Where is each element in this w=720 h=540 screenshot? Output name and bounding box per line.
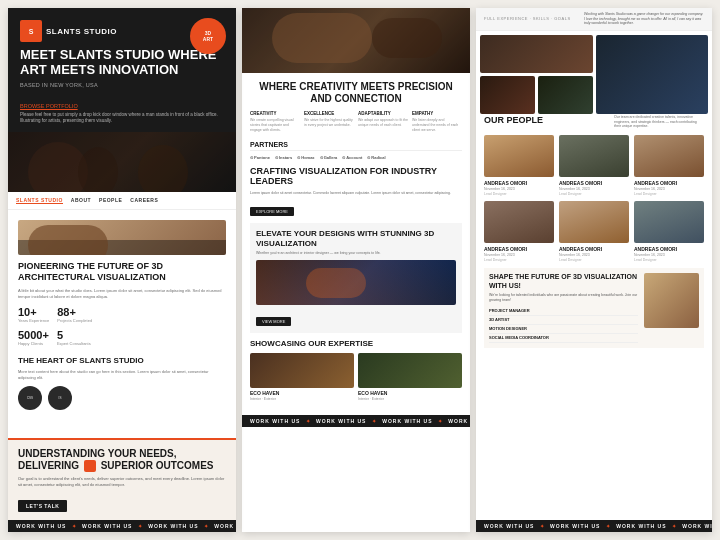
person-role-5: Lead Designer xyxy=(559,258,629,262)
person-role-6: Lead Designer xyxy=(634,258,704,262)
person-photo-5 xyxy=(559,201,629,243)
showcase-grid: ECO HAVEN Interior · Exterior ECO HAVEN … xyxy=(250,353,462,401)
person-card-1: ANDREAS OMORI November 16, 2023 Lead Des… xyxy=(484,135,554,196)
partner-radical: ⊙ Radical xyxy=(367,155,385,160)
showcasing-title: SHOWCASING OUR EXPERTISE xyxy=(250,339,462,349)
shape-right xyxy=(644,273,699,328)
elevate-desc: Whether you're an architect or interior … xyxy=(256,251,456,256)
job-project-manager: PROJECT MANAGER xyxy=(489,307,638,316)
heart-title: THE HEART OF SLANTS STUDIO xyxy=(18,356,226,365)
hero-description: Please feel free to put simply a drop ki… xyxy=(20,112,224,125)
person-name-5: ANDREAS OMORI xyxy=(559,246,629,252)
pioneer-title: PIONEERING THE FUTURE OF 3D ARCHITECTURA… xyxy=(18,261,226,283)
mid-hero-image xyxy=(242,8,470,73)
job-motion-designer: MOTION DESIGNER xyxy=(489,325,638,334)
stats-row-2: 5000+ Happy Clients 5 Expert Consultants xyxy=(18,329,226,346)
person-card-4: ANDREAS OMORI November 16, 2023 Lead Des… xyxy=(484,201,554,262)
person-photo-3 xyxy=(634,135,704,177)
understanding-section: UNDERSTANDING YOUR NEEDS, DELIVERING SUP… xyxy=(8,438,236,520)
partners-row: ⊙ Pantone ⊙ Instars ⊙ Homax ⊙ Gallera ⊙ … xyxy=(250,155,462,160)
partner-gallera: ⊙ Gallera xyxy=(320,155,338,160)
pillar-adaptability: ADAPTABILITY We adapt our approach to fi… xyxy=(358,111,408,133)
elevate-section: ELEVATE YOUR DESIGNS WITH STUNNING 3D VI… xyxy=(250,223,462,333)
creativity-title: WHERE CREATIVITY MEETS PRECISION AND CON… xyxy=(250,81,462,105)
partner-pantone: ⊙ Pantone xyxy=(250,155,270,160)
pillars-grid: CREATIVITY We create compelling visual s… xyxy=(250,111,462,133)
pioneer-desc: A little bit about your what the studio … xyxy=(18,288,226,300)
elevate-image xyxy=(256,260,456,305)
nav-bar: SLANTS STUDIO ABOUT PEOPLE CAREERS xyxy=(8,192,236,210)
pillar-excellence: EXCELLENCE We strive for the highest qua… xyxy=(304,111,354,133)
nav-item-studio[interactable]: SLANTS STUDIO xyxy=(16,197,63,204)
pillar-creativity: CREATIVITY We create compelling visual s… xyxy=(250,111,300,133)
our-people-section: OUR PEOPLE Our team are dedicated creati… xyxy=(484,115,704,263)
person-date-2: November 16, 2023 xyxy=(559,187,629,191)
nav-item-people[interactable]: PEOPLE xyxy=(99,197,122,204)
awards-row: CSS IS xyxy=(18,386,226,410)
person-name-3: ANDREAS OMORI xyxy=(634,180,704,186)
team-photo-3 xyxy=(480,76,535,114)
person-date-5: November 16, 2023 xyxy=(559,253,629,257)
nav-item-careers[interactable]: CAREERS xyxy=(130,197,158,204)
partners-title: PARTNERS xyxy=(250,141,462,151)
person-role-4: Lead Designer xyxy=(484,258,554,262)
our-people-desc: Our team are dedicated creative talents,… xyxy=(614,115,704,130)
showcase-sub-1: Interior · Exterior xyxy=(250,397,354,401)
browse-portfolio-link[interactable]: BROWSE PORTFOLIO xyxy=(20,103,78,109)
partners-section: PARTNERS ⊙ Pantone ⊙ Instars ⊙ Homax ⊙ G… xyxy=(250,141,462,160)
stat-consultants: 5 Expert Consultants xyxy=(57,329,91,346)
stat-years: 10+ Years Experience xyxy=(18,306,49,323)
partner-homax: ⊙ Homax xyxy=(297,155,314,160)
team-photo-1 xyxy=(480,35,593,73)
person-photo-4 xyxy=(484,201,554,243)
elevate-cta-button[interactable]: VIEW MORE xyxy=(256,317,291,326)
person-name-6: ANDREAS OMORI xyxy=(634,246,704,252)
industry-cta-button[interactable]: EXPLORE MORE xyxy=(250,207,294,216)
person-card-6: ANDREAS OMORI November 16, 2023 Lead Des… xyxy=(634,201,704,262)
lets-talk-button[interactable]: LET'S TALK xyxy=(18,500,67,512)
shape-future-section: SHAPE THE FUTURE OF 3D VISUALIZATION WIT… xyxy=(484,268,704,348)
person-role-1: Lead Designer xyxy=(484,192,554,196)
hero-location: BASED IN NEW YORK, USA xyxy=(20,82,224,88)
industry-section: CRAFTING VISUALIZATION FOR INDUSTRY LEAD… xyxy=(250,166,462,217)
understanding-desc: Our goal is to understand the client's n… xyxy=(18,476,226,488)
person-name-4: ANDREAS OMORI xyxy=(484,246,554,252)
person-date-6: November 16, 2023 xyxy=(634,253,704,257)
pillar-empathy: EMPATHY We listen deeply and understand … xyxy=(412,111,462,133)
heart-section: THE HEART OF SLANTS STUDIO More text con… xyxy=(18,356,226,410)
nav-item-about[interactable]: ABOUT xyxy=(71,197,91,204)
hero-title: MEET SLANTS STUDIO WHERE ART MEETS INNOV… xyxy=(20,48,224,78)
elevate-title: ELEVATE YOUR DESIGNS WITH STUNNING 3D VI… xyxy=(256,229,456,248)
shape-left: SHAPE THE FUTURE OF 3D VISUALIZATION WIT… xyxy=(489,273,638,343)
showcase-image-1 xyxy=(250,353,354,388)
hero-image xyxy=(8,132,236,192)
cssaward-badge: CSS xyxy=(18,386,42,410)
logo-text: SLANTS STUDIO xyxy=(46,27,117,36)
right-top-bar: FULL EXPERIENCE · SKILLS · GOALS Working… xyxy=(476,8,712,31)
right-panel: FULL EXPERIENCE · SKILLS · GOALS Working… xyxy=(476,8,712,532)
showcase-image-2 xyxy=(358,353,462,388)
right-photos-top xyxy=(476,31,712,111)
showcase-title-2: ECO HAVEN xyxy=(358,390,462,396)
industry-title: CRAFTING VISUALIZATION FOR INDUSTRY LEAD… xyxy=(250,166,462,188)
our-people-title: OUR PEOPLE xyxy=(484,115,543,125)
heart-desc: More text content here about the studio … xyxy=(18,369,226,381)
stat-projects: 88+ Projects Completed xyxy=(57,306,92,323)
person-photo-1 xyxy=(484,135,554,177)
understanding-title: UNDERSTANDING YOUR NEEDS, DELIVERING SUP… xyxy=(18,448,226,472)
orange-accent xyxy=(84,460,96,472)
top-quote: Working with Slants Studio was a game ch… xyxy=(584,12,704,26)
work-with-us-bar-left: WORK WITH US ✦ WORK WITH US ✦ WORK WITH … xyxy=(8,520,236,532)
person-date-3: November 16, 2023 xyxy=(634,187,704,191)
showcase-card-2: ECO HAVEN Interior · Exterior xyxy=(358,353,462,401)
jobs-list: PROJECT MANAGER 3D ARTIST MOTION DESIGNE… xyxy=(489,307,638,343)
person-card-3: ANDREAS OMORI November 16, 2023 Lead Des… xyxy=(634,135,704,196)
pioneer-section: PIONEERING THE FUTURE OF 3D ARCHITECTURA… xyxy=(18,220,226,346)
team-photo-2 xyxy=(596,35,709,114)
showcasing-section: SHOWCASING OUR EXPERTISE ECO HAVEN Inter… xyxy=(250,339,462,401)
person-card-2: ANDREAS OMORI November 16, 2023 Lead Des… xyxy=(559,135,629,196)
person-role-2: Lead Designer xyxy=(559,192,629,196)
people-grid: ANDREAS OMORI November 16, 2023 Lead Des… xyxy=(484,135,704,262)
shape-title: SHAPE THE FUTURE OF 3D VISUALIZATION WIT… xyxy=(489,273,638,290)
hero-section: S SLANTS STUDIO 3DART MEET SLANTS STUDIO… xyxy=(8,8,236,132)
